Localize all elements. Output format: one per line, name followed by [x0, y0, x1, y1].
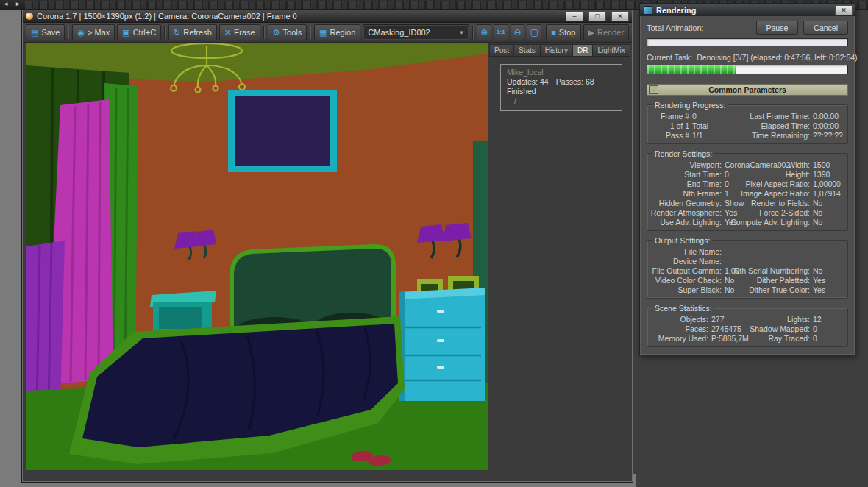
refresh-button[interactable]: ↻ Refresh — [168, 24, 217, 40]
field-label: Lights: — [787, 315, 810, 324]
cancel-button[interactable]: Cancel — [803, 21, 848, 35]
save-button[interactable]: ▤ Save — [26, 24, 65, 40]
field-label: Frame # — [661, 112, 689, 121]
vfb-tab[interactable]: Stats — [514, 44, 541, 57]
field-label: Render to Fields: — [751, 199, 810, 208]
output-row: Video Color Check: No Dither Paletted: Y… — [651, 276, 844, 285]
minimize-button[interactable]: – — [566, 11, 583, 21]
dr-updates-line: Updates: 44Passes: 68 — [507, 77, 616, 87]
scene-statistics-group: Scene Statistics: Objects: 277 Lights: 1… — [647, 308, 848, 347]
field-label: Dither Paletted: — [757, 276, 810, 285]
corona-titlebar[interactable]: Corona 1.7 | 1500×1390px (1:2) | Camera:… — [23, 10, 632, 23]
field-label: Width: — [788, 160, 810, 170]
output-row: Super Black: No Dither True Color: Yes — [651, 285, 844, 295]
settings-row: Render Atmosphere: Yes Force 2-Sided: No — [651, 208, 844, 218]
region-button[interactable]: ▦ Region — [314, 24, 360, 40]
render-button[interactable]: ▶ Render — [583, 24, 630, 40]
field-label: Device Name: — [673, 257, 722, 266]
field-label: Super Black: — [677, 285, 722, 295]
output-row: File Output Gamma: 1,00 Nth Serial Numbe… — [651, 266, 844, 276]
tools-button[interactable]: ⚙ Tools — [268, 24, 307, 40]
field-value: 0:00:00 — [813, 121, 839, 131]
field-value: Yes — [813, 285, 825, 295]
output-settings-group: Output Settings: File Name: Device Name: — [647, 240, 848, 299]
dr-node-name: Mike_local — [507, 68, 616, 77]
field-label: Time Remaining: — [752, 131, 810, 141]
maximize-button[interactable]: □ — [588, 11, 606, 21]
zoom-out-button[interactable]: ⊖ — [511, 24, 525, 40]
toolbar-separator — [68, 26, 69, 39]
toolbar-separator — [472, 26, 474, 39]
render-settings-group: Render Settings: Viewport: CoronaCamera0… — [647, 153, 848, 231]
field-value: 0 — [725, 179, 729, 189]
zoom-fit-button[interactable]: ▢ — [527, 24, 541, 40]
current-task-progress-fill — [647, 65, 736, 74]
vfb-content: Post Stats History DR LightMix Mike_loca… — [23, 43, 632, 470]
field-value: No — [813, 199, 822, 208]
render-icon: ▶ — [588, 29, 594, 37]
statistics-row: Objects: 277 Lights: 12 — [651, 315, 844, 324]
field-value: CoronaCamera002 — [725, 160, 790, 170]
settings-row: Hidden Geometry: Show Render to Fields: … — [651, 199, 844, 208]
progress-row: 1 of 1 Total Elapsed Time: 0:00:00 — [651, 121, 844, 131]
tools-icon: ⚙ — [273, 29, 280, 37]
save-icon: ▤ — [31, 29, 38, 37]
statistics-row: Faces: 2745475 Shadow Mapped: 0 — [651, 324, 844, 334]
field-label: Pixel Aspect Ratio: — [745, 179, 810, 189]
region-icon: ▦ — [319, 29, 327, 37]
dr-status: Finished — [507, 87, 616, 96]
settings-row: Nth Frame: 1 Image Aspect Ratio: 1,07914 — [651, 189, 844, 199]
vfb-right-panel: Post Stats History DR LightMix Mike_loca… — [488, 43, 632, 111]
zoom-actual-button[interactable]: 1:1 — [494, 24, 508, 40]
field-value: 1390 — [813, 170, 830, 179]
field-label: 1 of 1 — [670, 121, 689, 131]
rendering-dialog-titlebar[interactable]: Rendering ✕ — [640, 4, 855, 16]
field-label: Hidden Geometry: — [659, 199, 722, 208]
group-title: Render Settings: — [652, 149, 714, 158]
dialog-title: Rendering — [656, 6, 830, 15]
field-value: 1 — [725, 189, 729, 199]
field-label: Pass # — [666, 131, 689, 141]
copy-icon: ▣ — [122, 29, 129, 37]
current-task-row: Current Task:Denoising [3/7] (elapsed: 0… — [647, 53, 848, 62]
mask-selector-dropdown[interactable]: CMasking_ID002 ▼ — [363, 24, 469, 40]
vfb-tab[interactable]: LightMix — [593, 44, 630, 57]
common-parameters-rollout[interactable]: - Common Parameters — [647, 84, 848, 96]
close-button[interactable]: ✕ — [611, 11, 629, 21]
field-label: Shadow Mapped: — [750, 324, 810, 334]
statistics-row: Memory Used: P:5885,7M Ray Traced: 0 — [651, 334, 844, 344]
tools-label: Tools — [283, 28, 302, 37]
send-to-max-button[interactable]: ◉ > Max — [72, 24, 115, 40]
group-title: Output Settings: — [652, 236, 712, 245]
vfb-tab[interactable]: History — [541, 44, 573, 57]
rendering-dialog-body: Total Animation: Pause Cancel Current Ta… — [640, 16, 855, 355]
total-animation-row: Total Animation: Pause Cancel — [647, 21, 848, 35]
field-value: 1,07914 — [813, 189, 841, 199]
field-value: 0 — [813, 334, 817, 344]
current-task-value: Denoising [3/7] (elapsed: 0:47:56, left:… — [697, 53, 857, 62]
dialog-close-button[interactable]: ✕ — [835, 5, 853, 15]
vfb-tab[interactable]: DR — [573, 44, 593, 57]
field-label: End Time: — [687, 179, 722, 189]
collapse-button[interactable]: - — [649, 85, 658, 94]
zoom-in-button[interactable]: ⊕ — [477, 24, 491, 40]
field-value: 1500 — [813, 160, 830, 170]
refresh-icon: ↻ — [174, 29, 180, 37]
render-viewport[interactable] — [26, 43, 488, 470]
stop-button[interactable]: ■ Stop — [546, 24, 580, 40]
toolbar-separator — [164, 26, 166, 39]
field-value: 0 — [692, 112, 697, 121]
zoom-out-icon: ⊖ — [514, 28, 522, 37]
max-label: > Max — [88, 28, 110, 37]
erase-button[interactable]: ✕ Erase — [219, 24, 260, 40]
pause-button[interactable]: Pause — [756, 21, 799, 35]
nav-arrows-icon: ◄ ► — [3, 1, 23, 7]
vfb-tab[interactable]: Post — [489, 44, 514, 57]
field-value: No — [813, 218, 822, 227]
field-value: Yes — [725, 208, 737, 218]
field-value: Total — [692, 121, 708, 131]
copy-button[interactable]: ▣ Ctrl+C — [117, 24, 161, 40]
field-label: Image Aspect Ratio: — [741, 189, 810, 199]
field-value: 0 — [813, 324, 817, 334]
field-label: Elapsed Time: — [761, 121, 810, 131]
